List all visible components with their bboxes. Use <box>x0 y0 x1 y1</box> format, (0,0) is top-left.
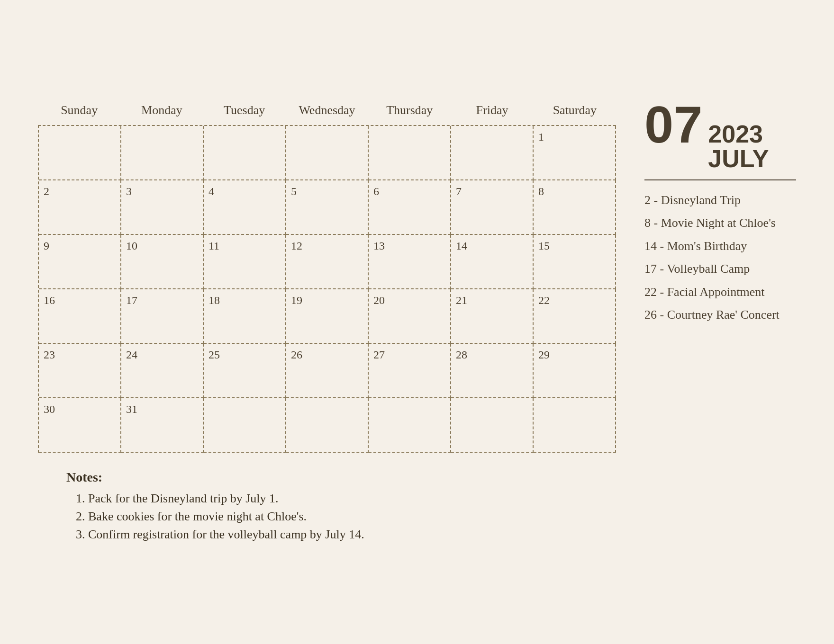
date-number: 14 <box>456 240 467 252</box>
top-section: SundayMondayTuesdayWednesdayThursdayFrid… <box>38 98 796 453</box>
event-item: 2 - Disneyland Trip <box>644 192 796 209</box>
date-number: 21 <box>456 294 467 306</box>
cal-cell-11: 11 <box>204 235 286 289</box>
note-item: 1. Pack for the Disneyland trip by July … <box>76 492 796 506</box>
date-number: 9 <box>44 240 49 252</box>
date-number: 27 <box>373 349 385 361</box>
cal-cell-14: 14 <box>451 235 534 289</box>
date-number: 13 <box>373 240 385 252</box>
cal-cell-29: 29 <box>534 344 616 398</box>
date-number: 16 <box>44 294 55 306</box>
cal-cell-24: 24 <box>121 344 204 398</box>
cal-cell-10: 10 <box>121 235 204 289</box>
note-item: 2. Bake cookies for the movie night at C… <box>76 510 796 524</box>
date-number: 8 <box>538 185 544 197</box>
date-number: 15 <box>538 240 550 252</box>
cal-cell-empty <box>534 398 616 453</box>
cal-cell-empty <box>286 398 369 453</box>
date-number: 10 <box>126 240 137 252</box>
notes-section: Notes: 1. Pack for the Disneyland trip b… <box>38 470 796 542</box>
date-number: 20 <box>373 294 385 306</box>
cal-cell-17: 17 <box>121 289 204 344</box>
event-item: 8 - Movie Night at Chloe's <box>644 215 796 232</box>
divider-line <box>644 179 796 180</box>
event-item: 14 - Mom's Birthday <box>644 238 796 255</box>
cal-cell-empty <box>451 398 534 453</box>
events-list: 2 - Disneyland Trip8 - Movie Night at Ch… <box>644 192 796 323</box>
cal-cell-13: 13 <box>369 235 451 289</box>
cal-cell-19: 19 <box>286 289 369 344</box>
date-number: 23 <box>44 349 55 361</box>
date-number: 5 <box>291 185 297 197</box>
cal-cell-empty <box>369 126 451 180</box>
day-header-thursday: Thursday <box>368 98 451 125</box>
day-header-sunday: Sunday <box>38 98 120 125</box>
date-number: 17 <box>126 294 137 306</box>
cal-cell-20: 20 <box>369 289 451 344</box>
cal-cell-27: 27 <box>369 344 451 398</box>
cal-cell-31: 31 <box>121 398 204 453</box>
cal-cell-empty <box>204 126 286 180</box>
cal-cell-5: 5 <box>286 180 369 235</box>
date-number: 11 <box>208 240 219 252</box>
cal-cell-12: 12 <box>286 235 369 289</box>
date-number: 3 <box>126 185 132 197</box>
date-number: 18 <box>208 294 220 306</box>
date-number: 4 <box>208 185 214 197</box>
year-text: 2023 <box>708 122 769 146</box>
notes-list: 1. Pack for the Disneyland trip by July … <box>66 492 796 542</box>
calendar-section: SundayMondayTuesdayWednesdayThursdayFrid… <box>38 98 616 453</box>
month-name: JULY <box>708 146 769 171</box>
cal-cell-18: 18 <box>204 289 286 344</box>
cal-cell-4: 4 <box>204 180 286 235</box>
calendar-grid: 1234567891011121314151617181920212223242… <box>38 125 616 453</box>
date-number: 6 <box>373 185 379 197</box>
cal-cell-empty <box>369 398 451 453</box>
date-number: 30 <box>44 403 55 415</box>
cal-cell-26: 26 <box>286 344 369 398</box>
day-header-saturday: Saturday <box>534 98 616 125</box>
date-number: 7 <box>456 185 462 197</box>
date-number: 28 <box>456 349 467 361</box>
sidebar: 07 2023 JULY 2 - Disneyland Trip8 - Movi… <box>635 98 796 329</box>
cal-cell-21: 21 <box>451 289 534 344</box>
cal-cell-2: 2 <box>39 180 121 235</box>
cal-cell-8: 8 <box>534 180 616 235</box>
date-number: 26 <box>291 349 302 361</box>
day-header-tuesday: Tuesday <box>203 98 286 125</box>
cal-cell-6: 6 <box>369 180 451 235</box>
cal-cell-7: 7 <box>451 180 534 235</box>
event-item: 22 - Facial Appointment <box>644 284 796 301</box>
notes-title: Notes: <box>66 470 796 485</box>
month-year-text: 2023 JULY <box>708 122 769 171</box>
date-number: 24 <box>126 349 137 361</box>
cal-cell-23: 23 <box>39 344 121 398</box>
date-number: 1 <box>538 131 544 143</box>
day-header-friday: Friday <box>451 98 533 125</box>
cal-cell-25: 25 <box>204 344 286 398</box>
date-number: 25 <box>208 349 220 361</box>
cal-cell-16: 16 <box>39 289 121 344</box>
date-number: 2 <box>44 185 49 197</box>
cal-cell-3: 3 <box>121 180 204 235</box>
cal-cell-22: 22 <box>534 289 616 344</box>
cal-cell-15: 15 <box>534 235 616 289</box>
date-number: 31 <box>126 403 137 415</box>
date-number: 19 <box>291 294 302 306</box>
cal-cell-empty <box>204 398 286 453</box>
cal-cell-30: 30 <box>39 398 121 453</box>
month-number: 07 <box>644 98 702 151</box>
date-number: 22 <box>538 294 550 306</box>
cal-cell-9: 9 <box>39 235 121 289</box>
event-item: 17 - Volleyball Camp <box>644 260 796 277</box>
cal-cell-empty <box>39 126 121 180</box>
event-item: 26 - Courtney Rae' Concert <box>644 306 796 323</box>
cal-cell-empty <box>121 126 204 180</box>
day-headers: SundayMondayTuesdayWednesdayThursdayFrid… <box>38 98 616 125</box>
day-header-wednesday: Wednesday <box>286 98 368 125</box>
calendar-container: SundayMondayTuesdayWednesdayThursdayFrid… <box>28 80 806 564</box>
day-header-monday: Monday <box>120 98 203 125</box>
cal-cell-empty <box>451 126 534 180</box>
cal-cell-empty <box>286 126 369 180</box>
cal-cell-1: 1 <box>534 126 616 180</box>
